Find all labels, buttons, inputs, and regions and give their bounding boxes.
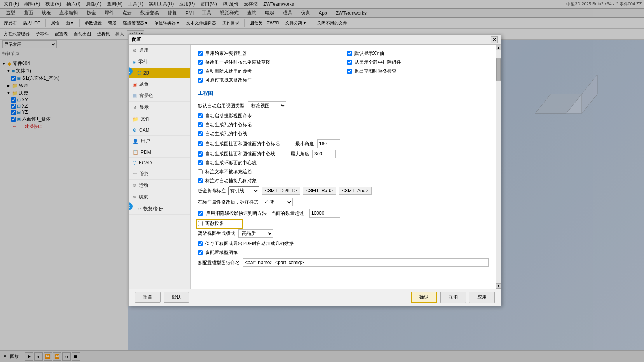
- sidebar-wire-label: 线束: [139, 194, 148, 200]
- sidebar-bgcolor-label: 背景色: [139, 92, 153, 99]
- config-name-label: 多配置模型图纸命名: [198, 259, 240, 266]
- sidebar-color-label: 颜色: [139, 81, 148, 87]
- cb-drag-modify: 可通过拖拽来修改标注: [198, 77, 339, 84]
- default-view-select[interactable]: 标准视图投影视图辅助视图: [248, 101, 286, 110]
- scrollbar-thumb[interactable]: [496, 58, 501, 81]
- cb-cyl-center-line: 自动生成圆柱面和圆锥面的中心线: [198, 151, 275, 157]
- cb-scatter: 离散投影: [198, 220, 489, 227]
- sidebar-2d-label: 2D: [143, 70, 149, 76]
- sidebar-item-pdm[interactable]: 📋 PDM: [129, 147, 190, 158]
- sidebar-item-backup[interactable]: 2 ↩ 恢复/备份: [129, 203, 190, 215]
- modal-body: ⚙ 通用 ◈ 零件 1 ⬡ 2D ▣ 颜色 ▦: [129, 45, 501, 289]
- sidebar-item-bgcolor[interactable]: ▦ 背景色: [129, 90, 190, 102]
- cb-auto-snap: 标注时自动捕捉几何对象: [198, 178, 489, 184]
- sidebar-item-cam[interactable]: ⚙ CAM: [129, 125, 190, 136]
- cb-multi-config-input[interactable]: [198, 250, 203, 255]
- cb-cyl-center-line-input[interactable]: [198, 151, 203, 157]
- default-button[interactable]: 默认: [164, 292, 189, 303]
- pipe-icon: 〰: [133, 171, 137, 177]
- sidebar-item-pipe[interactable]: 〰 管路: [129, 168, 190, 180]
- bgcolor-icon: ▦: [133, 93, 137, 99]
- cb-show-xy-input[interactable]: [347, 51, 352, 56]
- sidebar-item-ecad[interactable]: ⬡ ECAD: [129, 158, 190, 168]
- cb-auto-center-mark-label: 自动生成孔的中心标记: [205, 122, 252, 128]
- cb-multi-config: 多配置模型图纸: [198, 249, 489, 256]
- engineering-drawing-section: 工程图: [198, 90, 489, 98]
- config-name-row: 多配置模型图纸命名: [198, 258, 489, 267]
- cb-scatter-input[interactable]: [198, 221, 203, 226]
- sidebar-item-general[interactable]: ⚙ 通用: [129, 45, 190, 56]
- cb-toroid-center-input[interactable]: [198, 160, 203, 165]
- scrollbar-down-btn[interactable]: ▼: [496, 283, 501, 289]
- user-icon: 👤: [133, 139, 138, 144]
- sidebar-display-label: 显示: [140, 104, 149, 111]
- cb-auto-proj: 自动启动投影视图命令: [198, 113, 489, 119]
- cb-multi-config-label: 多配置模型图纸: [205, 249, 238, 256]
- modal-close-button[interactable]: ✕: [491, 36, 498, 43]
- cb-cyl-center-line-label: 自动生成圆柱面和圆锥面的中心线: [205, 151, 275, 157]
- cb-auto-geom: 保存工程图或导出PDF时自动加载几何数据: [198, 240, 489, 247]
- max-angle-input[interactable]: [312, 150, 336, 158]
- config-name-input[interactable]: [243, 258, 489, 267]
- sidebar-item-part[interactable]: ◈ 零件: [129, 56, 190, 68]
- cb-scatter-label: 离散投影: [205, 220, 224, 227]
- modal-content-area: 启用约束冲突管理器 修改唯一标注时按比例缩放草图 自动删除未使用的参考: [191, 45, 496, 289]
- sidebar-item-motion[interactable]: ↺ 运动: [129, 180, 190, 191]
- cb-auto-geom-input[interactable]: [198, 241, 203, 246]
- cb-cyl-center-mark-label: 自动生成圆柱面和圆锥面的中心标记: [205, 141, 280, 147]
- min-angle-input[interactable]: [317, 139, 340, 148]
- cb-auto-delete-ref: 自动删除未使用的参考: [198, 68, 339, 75]
- smt-select[interactable]: 有引线无引线: [228, 186, 259, 195]
- modal-scrollbar[interactable]: ▲ ▼: [496, 45, 501, 289]
- min-angle-label: 最小角度: [295, 141, 314, 147]
- hidden-line-checkbox[interactable]: [198, 211, 203, 216]
- cb-auto-center-line-label: 自动生成孔的中心线: [205, 131, 247, 137]
- hidden-line-value-input[interactable]: [309, 209, 340, 218]
- cb-auto-center-line: 自动生成孔的中心线: [198, 131, 489, 137]
- sidebar-item-user[interactable]: 👤 用户: [129, 136, 190, 147]
- footer-right: 确认 取消 应用: [411, 292, 495, 303]
- cb-cyl-center-mark-input[interactable]: [198, 141, 203, 146]
- motion-icon: ↺: [133, 183, 136, 188]
- max-angle-row: 最大角度: [291, 150, 336, 158]
- cb-exclude-comp-input[interactable]: [347, 60, 352, 65]
- default-view-label: 默认自动启用视图类型: [198, 103, 244, 109]
- cb-exit-check-input[interactable]: [347, 69, 352, 74]
- cb-auto-delete-ref-input[interactable]: [198, 69, 203, 74]
- cb-auto-proj-input[interactable]: [198, 113, 203, 118]
- sidebar-item-color[interactable]: ▣ 颜色: [129, 78, 190, 90]
- sidebar-item-wire[interactable]: ≋ 线束: [129, 191, 190, 203]
- cb-auto-center-line-input[interactable]: [198, 131, 203, 136]
- sidebar-item-display[interactable]: 🖥 显示: [129, 102, 190, 113]
- apply-button[interactable]: 应用: [469, 292, 495, 303]
- style-select[interactable]: 不变更新保持: [262, 198, 293, 206]
- cb-constraint-manager-input[interactable]: [198, 51, 203, 56]
- scatter-mode-select[interactable]: 高品质标准草稿: [238, 229, 273, 238]
- cancel-button[interactable]: 取消: [440, 292, 466, 303]
- scrollbar-track[interactable]: [496, 50, 501, 283]
- cb-scale-sketch-input[interactable]: [198, 60, 203, 65]
- top-options-section: 启用约束冲突管理器 修改唯一标注时按比例缩放草图 自动删除未使用的参考: [198, 50, 489, 86]
- cb-auto-center-mark-input[interactable]: [198, 122, 203, 127]
- cb-auto-snap-input[interactable]: [198, 178, 203, 183]
- scrollbar-up-btn[interactable]: ▲: [496, 45, 501, 50]
- cb-exit-check-label: 退出草图时重叠检查: [354, 68, 396, 75]
- cb-drag-modify-input[interactable]: [198, 78, 203, 83]
- cb-text-no-block-input[interactable]: [198, 169, 203, 174]
- modal-footer: 重置 默认 确认 取消 应用: [129, 289, 501, 306]
- cylinder-center-line-row: 自动生成圆柱面和圆锥面的中心线 最大角度: [198, 150, 489, 158]
- sidebar-item-file[interactable]: 📁 文件: [129, 113, 190, 125]
- sidebar-item-2d[interactable]: 1 ⬡ 2D: [129, 68, 190, 78]
- sidebar-user-label: 用户: [141, 138, 150, 144]
- badge-2: 2: [129, 202, 133, 210]
- reset-button[interactable]: 重置: [135, 292, 161, 303]
- color-icon: ▣: [133, 82, 137, 87]
- cam-icon: ⚙: [133, 127, 137, 133]
- modal-titlebar: 配置 ✕: [129, 35, 501, 45]
- sidebar-general-label: 通用: [139, 47, 148, 54]
- pdm-icon: 📋: [133, 150, 138, 155]
- confirm-button[interactable]: 确认: [411, 292, 437, 303]
- style-label: 在标注属性修改后，标注样式: [198, 199, 258, 205]
- cb-auto-center-mark: 自动生成孔的中心标记: [198, 122, 489, 128]
- modal-overlay: 配置 ✕ ⚙ 通用 ◈ 零件 1 ⬡ 2D: [0, 0, 644, 362]
